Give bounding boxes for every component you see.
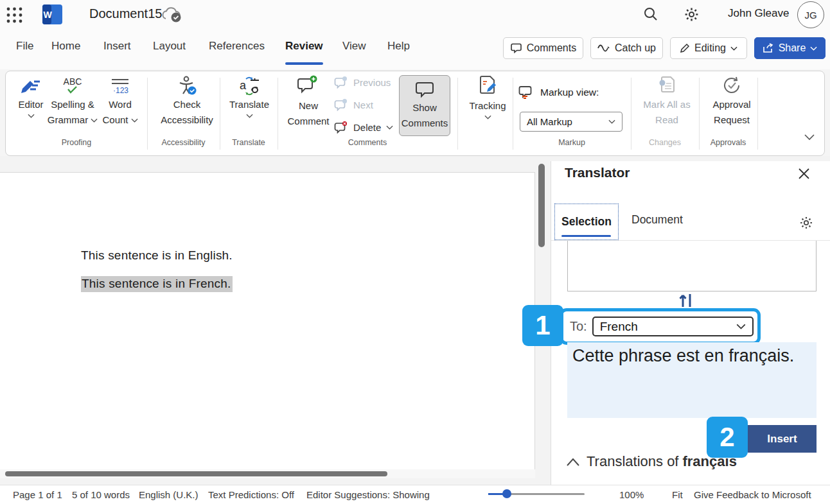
previous-comment-button: Previous	[334, 76, 391, 89]
horizontal-scrollbar-track[interactable]	[0, 469, 535, 478]
translate-to-select[interactable]: French	[592, 317, 754, 336]
chevron-up-icon	[566, 458, 580, 466]
ribbon-tab-bar: File Home Insert Layout References Revie…	[0, 29, 830, 69]
user-name[interactable]: John Gleave	[728, 7, 789, 20]
accessibility-icon	[175, 75, 199, 96]
word-count-status[interactable]: 5 of 10 words	[72, 489, 130, 500]
new-comment-icon	[296, 75, 321, 97]
show-comments-button[interactable]: Show Comments	[399, 75, 450, 136]
search-icon[interactable]	[643, 6, 658, 22]
editor-icon	[19, 75, 43, 96]
delete-comment-icon	[334, 121, 348, 134]
horizontal-scrollbar-thumb[interactable]	[5, 471, 387, 476]
accessibility-group-label: Accessibility	[147, 138, 220, 147]
svg-text:a: a	[240, 79, 247, 92]
group-divider	[457, 78, 458, 150]
document-text-line[interactable]: This sentence is in English.	[81, 248, 233, 263]
tab-selection-underline	[561, 235, 611, 237]
approvals-group-label: Approvals	[699, 138, 757, 147]
markup-view-label-row: Markup view:	[518, 85, 599, 100]
tab-home[interactable]: Home	[51, 40, 80, 53]
tab-references[interactable]: References	[209, 40, 265, 53]
previous-comment-icon	[334, 76, 348, 89]
tab-review[interactable]: Review	[285, 40, 323, 53]
active-tab-underline	[285, 62, 323, 65]
new-comment-button[interactable]: New Comment	[281, 75, 336, 137]
word-count-button[interactable]: ·123 Word Count	[96, 75, 145, 137]
comments-group-label: Comments	[278, 138, 457, 147]
zoom-level[interactable]: 100%	[619, 489, 644, 500]
catch-up-pulse-icon	[597, 44, 610, 53]
translate-button[interactable]: a Translate	[222, 75, 277, 137]
chevron-down-icon	[810, 46, 817, 51]
chevron-down-icon	[608, 119, 615, 124]
tab-insert[interactable]: Insert	[103, 40, 131, 53]
avatar[interactable]: JG	[797, 1, 824, 28]
annotation-step-2-badge: 2	[707, 417, 748, 458]
fit-button[interactable]: Fit	[672, 489, 683, 500]
page-count-status[interactable]: Page 1 of 1	[13, 489, 62, 500]
app-launcher-icon[interactable]	[6, 6, 23, 24]
vertical-scrollbar[interactable]	[538, 164, 545, 247]
approval-request-button[interactable]: Approval Request	[705, 75, 758, 137]
show-comments-icon	[414, 81, 436, 99]
status-bar: Page 1 of 1 5 of 10 words English (U.K.)…	[0, 485, 830, 504]
spelling-grammar-button[interactable]: ABC Spelling & Grammar	[42, 75, 103, 137]
feedback-link[interactable]: Give Feedback to Microsoft	[694, 489, 811, 500]
svg-text:·123: ·123	[113, 86, 128, 95]
document-text-line-selected[interactable]: This sentence is in French.	[81, 276, 233, 292]
tracking-button[interactable]: Tracking	[464, 75, 511, 137]
tracking-icon	[477, 75, 499, 97]
comments-button[interactable]: Comments	[503, 37, 583, 59]
editor-suggestions-status[interactable]: Editor Suggestions: Showing	[306, 489, 430, 500]
translation-result-text[interactable]: Cette phrase est en français.	[572, 346, 794, 366]
annotation-step-1-badge: 1	[522, 305, 563, 346]
proofing-group-label: Proofing	[6, 138, 147, 147]
translate-group-label: Translate	[220, 138, 278, 147]
tab-layout[interactable]: Layout	[153, 40, 186, 53]
app-header: W Document15 John Gleave JG	[0, 0, 830, 29]
chevron-down-icon	[736, 324, 746, 329]
translations-of-label: Translations of	[587, 453, 678, 470]
markup-view-select[interactable]: All Markup	[520, 112, 622, 132]
saved-to-cloud-icon[interactable]	[161, 6, 184, 24]
markup-view-label: Markup view:	[540, 87, 599, 98]
tab-help[interactable]: Help	[387, 40, 410, 53]
delete-comment-button[interactable]: Delete	[334, 121, 393, 134]
svg-text:W: W	[43, 10, 52, 20]
changes-group-label: Changes	[631, 138, 699, 147]
tab-file[interactable]: File	[16, 40, 33, 53]
markup-flag-icon	[518, 85, 534, 100]
translator-source-textarea[interactable]	[567, 241, 817, 291]
chevron-down-icon	[28, 114, 35, 118]
comment-icon	[510, 43, 522, 54]
collapse-ribbon-chevron-icon[interactable]	[804, 134, 815, 141]
translator-settings-gear-icon[interactable]	[799, 215, 814, 230]
tab-document[interactable]: Document	[631, 213, 683, 227]
translator-pane: Translator Selection Document To: French…	[551, 161, 830, 485]
language-status[interactable]: English (U.K.)	[139, 489, 199, 500]
close-pane-icon[interactable]	[797, 167, 811, 180]
chevron-down-icon	[730, 46, 737, 51]
check-accessibility-button[interactable]: Check Accessibility	[155, 75, 219, 137]
zoom-slider-thumb[interactable]	[502, 489, 511, 498]
swap-languages-icon[interactable]	[678, 293, 695, 308]
editing-mode-button[interactable]: Editing	[670, 37, 747, 59]
pencil-icon	[680, 43, 690, 53]
tab-view[interactable]: View	[342, 40, 366, 53]
translation-result-box: Cette phrase est en français.	[567, 342, 817, 418]
catch-up-button[interactable]: Catch up	[590, 37, 663, 59]
text-predictions-status[interactable]: Text Predictions: Off	[208, 489, 294, 500]
next-comment-button: Next	[334, 99, 373, 111]
spellcheck-icon: ABC	[60, 75, 85, 96]
pane-title: Translator	[565, 165, 630, 180]
approval-icon	[721, 75, 742, 96]
group-divider	[757, 78, 758, 150]
share-button[interactable]: Share	[754, 37, 826, 59]
document-page[interactable]: This sentence is in English. This senten…	[0, 172, 535, 469]
insert-translation-button[interactable]: Insert	[748, 425, 817, 453]
chevron-down-icon	[386, 125, 393, 130]
document-title[interactable]: Document15	[89, 6, 162, 21]
settings-gear-icon[interactable]	[684, 6, 700, 22]
svg-text:ABC: ABC	[64, 76, 82, 87]
